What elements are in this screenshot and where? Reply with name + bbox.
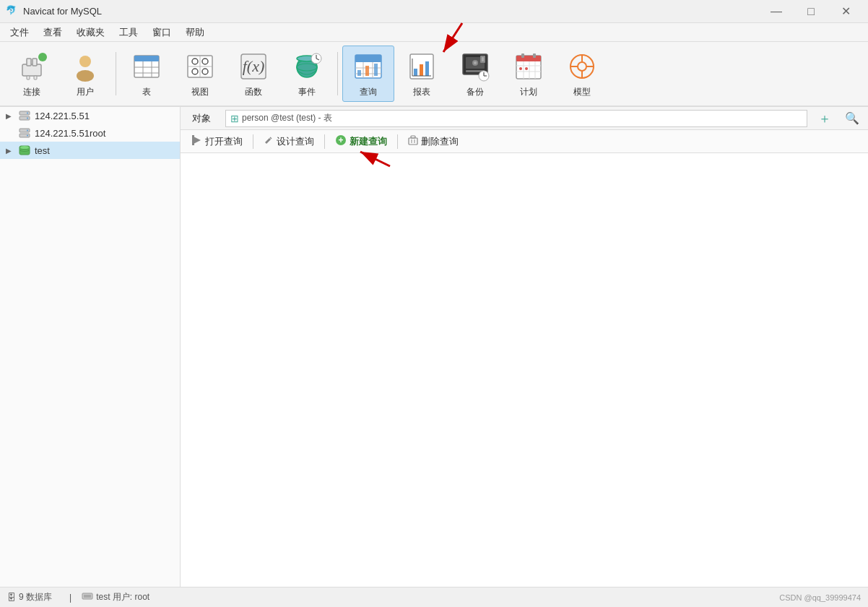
menu-bar: 文件 查看 收藏夹 工具 窗口 帮助 [0,23,868,42]
event-label: 事件 [298,86,316,98]
svg-point-7 [77,70,94,82]
schedule-label: 计划 [520,86,537,98]
svg-rect-2 [32,59,37,66]
svg-rect-58 [533,53,536,58]
toolbar-table[interactable]: 表 [121,46,173,102]
status-right: CSDN @qq_39999474 [779,593,861,602]
svg-rect-38 [374,64,378,76]
menu-view[interactable]: 查看 [36,25,69,40]
delete-query-label: 删除查询 [421,135,459,148]
content-area: 对象 ⊞ person @test (test) - 表 ＋ 🔍 打开查询 [181,107,868,587]
svg-rect-57 [521,53,524,58]
sidebar-item-ip1[interactable]: ▶ 124.221.5.51 [0,107,180,124]
svg-text:+: + [338,135,343,145]
conn-info: test 用户: root [96,591,149,603]
user-icon [68,49,103,84]
maximize-button[interactable]: □ [794,0,828,23]
sidebar-label-test: test [35,145,50,156]
svg-point-78 [27,130,28,132]
svg-rect-84 [192,135,194,145]
connect-icon [14,49,49,84]
svg-rect-88 [411,136,415,138]
table-path-icon: ⊞ [230,113,239,124]
action-toolbar: 打开查询 设计查询 + [181,130,868,153]
open-query-button[interactable]: 打开查询 [186,133,248,150]
view-icon [183,49,217,84]
watermark: CSDN @qq_39999474 [779,593,861,602]
model-icon [565,49,599,84]
new-query-button[interactable]: + 新建查询 [329,132,393,150]
object-bar: 对象 ⊞ person @test (test) - 表 ＋ 🔍 [181,107,868,130]
backup-icon [458,49,492,84]
close-button[interactable]: ✕ [829,0,862,23]
connection-icon [82,590,93,604]
svg-point-6 [79,56,91,67]
svg-rect-1 [27,59,31,66]
new-query-icon: + [335,134,347,148]
svg-rect-3 [27,76,30,79]
action-sep-1 [253,134,253,149]
main-layout: ▶ 124.221.5.51 124.221.5.51root ▶ [0,107,868,587]
open-query-label: 打开查询 [205,135,243,148]
toolbar-view[interactable]: 视图 [174,46,226,102]
menu-file[interactable]: 文件 [3,25,36,40]
toolbar-model[interactable]: 模型 [556,46,608,102]
toolbar-separator-2 [337,52,338,95]
svg-point-79 [27,135,28,137]
toolbar-event[interactable]: 事件 [281,46,333,102]
svg-rect-37 [365,66,369,76]
svg-rect-51 [482,57,484,61]
model-label: 模型 [573,86,591,98]
object-search-button[interactable]: 🔍 [842,108,862,129]
svg-rect-0 [22,64,41,76]
svg-rect-56 [516,56,541,61]
svg-point-64 [519,67,522,70]
svg-point-74 [27,113,28,114]
menu-window[interactable]: 窗口 [145,25,178,40]
toolbar-report[interactable]: 报表 [396,46,448,102]
title-controls: — □ ✕ [760,0,862,23]
object-add-button[interactable]: ＋ [816,110,833,127]
svg-point-5 [38,53,47,61]
svg-point-65 [525,67,528,70]
new-query-label: 新建查询 [350,135,387,148]
svg-rect-31 [355,55,381,62]
content-body [181,153,868,587]
delete-query-button[interactable]: 删除查询 [402,133,464,150]
toolbar-schedule[interactable]: 计划 [503,46,555,102]
menu-help[interactable]: 帮助 [178,25,212,40]
toolbar-connect[interactable]: 连接 [6,46,58,102]
design-query-button[interactable]: 设计查询 [258,133,320,150]
sidebar-item-ip2[interactable]: 124.221.5.51root [0,124,180,142]
sidebar: ▶ 124.221.5.51 124.221.5.51root ▶ [0,107,181,587]
toolbar-backup[interactable]: 备份 [449,46,501,102]
svg-marker-83 [194,137,201,144]
db-count: 9 数据库 [19,591,52,603]
sidebar-item-test[interactable]: ▶ test [0,142,180,159]
menu-favorites[interactable]: 收藏夹 [69,25,112,40]
query-label: 查询 [360,86,377,98]
svg-point-48 [474,61,477,64]
view-label: 视图 [191,86,209,98]
svg-rect-36 [357,70,361,76]
svg-point-75 [27,118,28,119]
user-label: 用户 [77,86,94,98]
title-bar: 🐬 Navicat for MySQL — □ ✕ [0,0,868,23]
menu-tools[interactable]: 工具 [112,25,145,40]
toolbar-user[interactable]: 用户 [59,46,111,102]
server-icon-ip2 [19,127,30,139]
app-logo: 🐬 [6,5,19,18]
svg-rect-42 [425,61,429,76]
svg-rect-92 [84,595,91,598]
toolbar-function[interactable]: f(x) 函数 [227,46,279,102]
svg-rect-41 [420,64,423,76]
object-tab[interactable]: 对象 [186,109,217,128]
toolbar-query[interactable]: 查询 [342,46,394,102]
event-icon [290,49,324,84]
svg-rect-9 [134,56,159,61]
status-bar: 🗄 9 数据库 | test 用户: root CSDN @qq_3999947… [0,587,868,607]
table-icon [129,49,164,84]
expand-arrow-ip1: ▶ [6,112,14,120]
function-label: 函数 [245,86,262,98]
minimize-button[interactable]: — [760,0,793,23]
